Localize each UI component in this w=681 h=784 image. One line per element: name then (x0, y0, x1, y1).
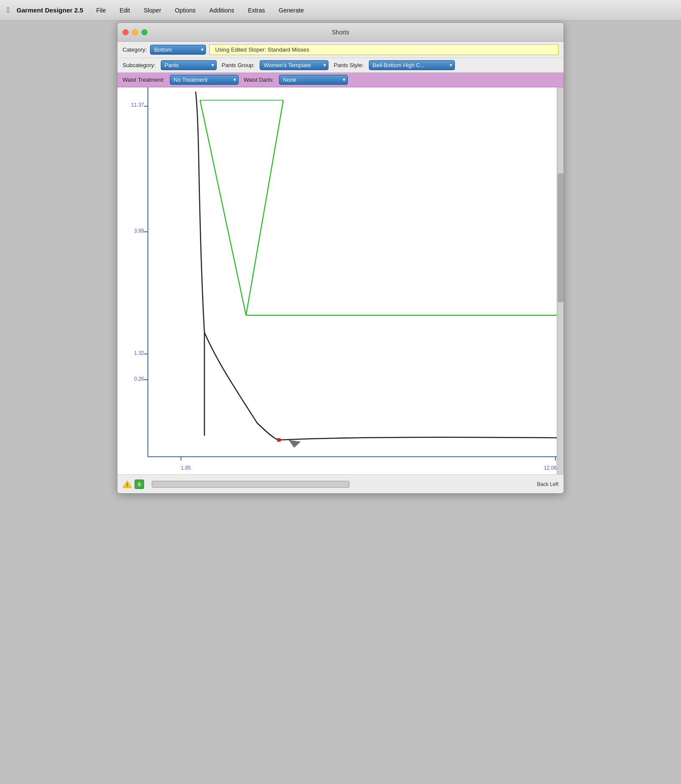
sloper-info: Using Edited Sloper: Standard Misses (209, 44, 558, 55)
pants-style-select[interactable]: Bell-Bottom High C... (369, 60, 455, 70)
close-button[interactable] (123, 29, 129, 35)
y-label-132: 1.32 (134, 350, 144, 356)
pants-group-select-wrapper: Women's Template ▼ (260, 60, 328, 70)
canvas-area[interactable]: 11.37 3.99 1.32 0.26 1.85 12.06 (117, 87, 564, 474)
bottom-bar: ! S Back Left (117, 474, 564, 493)
x-axis: 1.85 12.06 (147, 457, 564, 474)
category-label: Category: (123, 46, 147, 53)
traffic-lights (123, 29, 147, 35)
garment-drawing (147, 87, 564, 457)
pants-group-label: Pants Group: (222, 62, 255, 68)
subcategory-label: Subcategory: (123, 62, 156, 68)
y-label-399: 3.99 (134, 228, 144, 234)
apple-icon:  (7, 6, 10, 15)
warning-icon: ! (123, 480, 132, 489)
category-select-wrapper: Bottom ▼ (150, 45, 206, 55)
toolbar-row3: Waist Treatment: No Treatment ▼ Waist Da… (117, 73, 564, 87)
y-tick-399 (144, 231, 147, 232)
y-label-1137: 11.37 (131, 102, 144, 108)
cursor-icon (288, 440, 301, 448)
menu-additions[interactable]: Additions (207, 5, 237, 15)
menu-generate[interactable]: Generate (276, 5, 306, 15)
y-tick-1137 (144, 106, 147, 107)
green-line-right-diag (246, 100, 283, 315)
window-titlebar: Shorts (117, 23, 564, 42)
scrollbar-right[interactable] (557, 87, 564, 474)
x-tick-1206 (555, 457, 556, 461)
maximize-button[interactable] (141, 29, 147, 35)
subcategory-select[interactable]: Pants (161, 60, 217, 70)
waist-treatment-label: Waist Treatment: (123, 77, 165, 83)
y-label-026: 0.26 (134, 376, 144, 382)
minimize-button[interactable] (132, 29, 138, 35)
waist-darts-select[interactable]: None (279, 75, 348, 85)
x-label-185: 1.85 (181, 465, 190, 471)
scrollbar-thumb[interactable] (558, 173, 564, 302)
green-line-left (200, 100, 246, 315)
black-inseam (279, 437, 559, 440)
menu-bar:  Garment Designer 2.5 File Edit Sloper … (0, 0, 681, 21)
progress-bar (152, 481, 350, 488)
black-left-seam (196, 92, 204, 436)
menu-file[interactable]: File (94, 5, 109, 15)
menu-edit[interactable]: Edit (117, 5, 132, 15)
s-button[interactable]: S (135, 480, 144, 489)
pants-style-label: Pants Style: (334, 62, 363, 68)
app-title: Garment Designer 2.5 (17, 6, 83, 14)
toolbar-row2: Subcategory: Pants ▼ Pants Group: Women'… (117, 58, 564, 73)
subcategory-select-wrapper: Pants ▼ (161, 60, 217, 70)
category-select[interactable]: Bottom (150, 45, 206, 55)
toolbar-row1: Category: Bottom ▼ Using Edited Sloper: … (117, 42, 564, 58)
waist-darts-label: Waist Darts: (244, 77, 274, 83)
pants-style-select-wrapper: Bell-Bottom High C... ▼ (369, 60, 455, 70)
y-tick-026 (144, 379, 147, 380)
menu-options[interactable]: Options (172, 5, 198, 15)
waist-treatment-select[interactable]: No Treatment (170, 75, 239, 85)
bottom-left: ! S (123, 480, 355, 489)
y-tick-132 (144, 354, 147, 354)
red-point-marker (277, 438, 281, 442)
menu-extras[interactable]: Extras (245, 5, 268, 15)
svg-text:!: ! (126, 483, 128, 488)
window-title: Shorts (332, 29, 349, 36)
menu-sloper[interactable]: Sloper (141, 5, 163, 15)
black-crotch-curve (204, 332, 279, 440)
waist-darts-select-wrapper: None ▼ (279, 75, 348, 85)
pants-group-select[interactable]: Women's Template (260, 60, 328, 70)
waist-treatment-select-wrapper: No Treatment ▼ (170, 75, 239, 85)
y-axis: 11.37 3.99 1.32 0.26 (117, 87, 147, 457)
back-left-label: Back Left (537, 481, 558, 487)
x-tick-185 (181, 457, 181, 461)
x-label-1206: 12.06 (544, 465, 557, 471)
main-window: Shorts Category: Bottom ▼ Using Edited S… (117, 22, 564, 494)
